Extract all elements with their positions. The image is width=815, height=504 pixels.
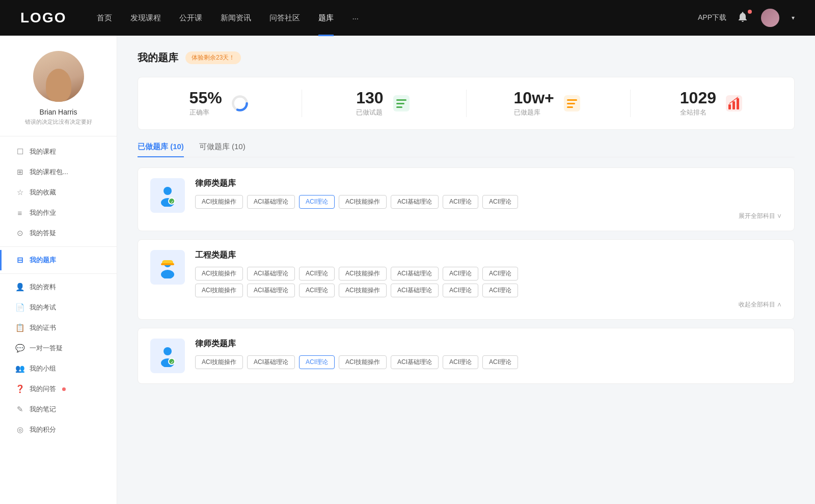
tag-item[interactable]: ACI基础理论 — [247, 284, 295, 297]
sidebar-item-courses[interactable]: ☐ 我的课程 — [0, 142, 117, 162]
tag-item[interactable]: ACI技能操作 — [195, 195, 243, 209]
notification-dot — [748, 10, 752, 14]
bank-card-engineer-body: 工程类题库 ACI技能操作 ACI基础理论 ACI理论 ACI技能操作 ACI基… — [195, 250, 782, 309]
tag-item[interactable]: ACI理论 — [443, 195, 478, 209]
tag-item[interactable]: ACI基础理论 — [247, 267, 295, 281]
sidebar-item-answers[interactable]: ⊙ 我的答疑 — [0, 223, 117, 243]
sidebar-item-my-qa[interactable]: ❓ 我的问答 — [0, 379, 117, 399]
sidebar-item-homework[interactable]: ≡ 我的作业 — [0, 203, 117, 223]
tag-item[interactable]: ACI理论 — [482, 355, 518, 369]
page-title: 我的题库 — [138, 51, 178, 65]
svg-point-14 — [164, 187, 172, 195]
bank-card-lawyer-1-icon: ✓ — [150, 178, 185, 213]
page-header: 我的题库 体验剩余23天！ — [138, 51, 795, 65]
stat-rank-label: 全站排名 — [680, 108, 716, 117]
course-package-icon: ⊞ — [15, 167, 24, 177]
lawyer-person-icon-2: ✓ — [156, 345, 179, 367]
tag-item[interactable]: ACI技能操作 — [195, 284, 243, 297]
bank-card-lawyer-1-tags: ACI技能操作 ACI基础理论 ACI理论 ACI技能操作 ACI基础理论 AC… — [195, 195, 782, 209]
app-download-button[interactable]: APP下载 — [698, 13, 726, 22]
tag-item[interactable]: ACI基础理论 — [247, 195, 295, 209]
sidebar-item-label: 我的课程包... — [30, 167, 68, 177]
svg-rect-7 — [567, 99, 577, 101]
stat-accuracy-value: 55% — [189, 90, 222, 106]
qa-red-dot — [62, 387, 66, 391]
sidebar-item-exam[interactable]: 📄 我的考试 — [0, 297, 117, 318]
tag-item-active[interactable]: ACI理论 — [299, 195, 335, 209]
sidebar-item-course-package[interactable]: ⊞ 我的课程包... — [0, 162, 117, 182]
bank-card-lawyer-2-title: 律师类题库 — [195, 339, 782, 349]
tag-item[interactable]: ACI理论 — [299, 284, 335, 297]
profile-icon: 👤 — [15, 283, 24, 292]
bank-card-engineer-tags-row2: ACI技能操作 ACI基础理论 ACI理论 ACI技能操作 ACI基础理论 AC… — [195, 284, 782, 297]
main-layout: Brian Harris 错误的决定比没有决定要好 ☐ 我的课程 ⊞ 我的课程包… — [0, 36, 815, 504]
sidebar-avatar — [33, 51, 84, 102]
sidebar-item-notes[interactable]: ✎ 我的笔记 — [0, 399, 117, 419]
list-green-icon — [392, 94, 411, 113]
nav-openclass[interactable]: 公开课 — [179, 13, 202, 23]
bank-card-lawyer-1: ✓ 律师类题库 ACI技能操作 ACI基础理论 ACI理论 ACI技能操作 AC… — [138, 167, 795, 231]
svg-rect-3 — [396, 99, 406, 101]
tag-item[interactable]: ACI理论 — [299, 267, 335, 281]
svg-rect-8 — [567, 103, 575, 104]
stat-questions-value: 130 — [356, 90, 383, 106]
sidebar-divider-2 — [0, 273, 117, 274]
avatar-image — [761, 9, 779, 27]
stat-rank-text: 1029 全站排名 — [680, 90, 716, 117]
sidebar-item-group[interactable]: 👥 我的小组 — [0, 358, 117, 379]
tag-item[interactable]: ACI技能操作 — [339, 267, 387, 281]
avatar[interactable] — [761, 9, 779, 27]
stat-rank-icon — [723, 93, 745, 114]
bank-card-engineer-icon — [150, 250, 185, 285]
nav-discover[interactable]: 发现课程 — [130, 13, 161, 23]
tag-item[interactable]: ACI基础理论 — [391, 195, 439, 209]
collapse-button-engineer[interactable]: 收起全部科目 ∧ — [195, 300, 782, 309]
exam-icon: 📄 — [15, 303, 24, 312]
tag-item[interactable]: ACI理论 — [443, 267, 478, 281]
tag-item[interactable]: ACI理论 — [443, 284, 478, 297]
sidebar-item-label: 我的证书 — [30, 323, 56, 332]
sidebar-divider — [0, 246, 117, 247]
nav-home[interactable]: 首页 — [97, 13, 112, 23]
sidebar-item-label: 我的题库 — [30, 256, 56, 265]
tab-available-banks[interactable]: 可做题库 (10) — [199, 142, 246, 157]
sidebar-item-label: 我的笔记 — [30, 405, 56, 414]
notes-icon: ✎ — [15, 405, 24, 414]
sidebar-item-one-on-one[interactable]: 💬 一对一答疑 — [0, 338, 117, 358]
stat-questions-text: 130 已做试题 — [356, 90, 383, 117]
nav-qa[interactable]: 问答社区 — [269, 13, 300, 23]
nav-bank[interactable]: 题库 — [318, 13, 334, 23]
tag-item[interactable]: ACI技能操作 — [195, 355, 243, 369]
tag-item[interactable]: ACI技能操作 — [195, 267, 243, 281]
sidebar-item-profile[interactable]: 👤 我的资料 — [0, 277, 117, 297]
sidebar-menu: ☐ 我的课程 ⊞ 我的课程包... ☆ 我的收藏 ≡ 我的作业 ⊙ 我的答疑 ⊟ — [0, 142, 117, 440]
sidebar-item-label: 我的小组 — [30, 364, 56, 373]
sidebar-item-certificate[interactable]: 📋 我的证书 — [0, 318, 117, 338]
tag-item[interactable]: ACI理论 — [482, 195, 518, 209]
notification-bell-icon[interactable] — [737, 11, 751, 25]
tag-item[interactable]: ACI理论 — [443, 355, 478, 369]
tag-item[interactable]: ACI理论 — [482, 284, 518, 297]
nav-news[interactable]: 新闻资讯 — [221, 13, 251, 23]
sidebar-item-favorites[interactable]: ☆ 我的收藏 — [0, 182, 117, 203]
stat-questions-done: 130 已做试题 — [302, 90, 466, 117]
sidebar-item-bank[interactable]: ⊟ 我的题库 — [0, 250, 117, 270]
svg-rect-22 — [161, 263, 174, 265]
tag-item[interactable]: ACI基础理论 — [391, 267, 439, 281]
sidebar-item-points[interactable]: ◎ 我的积分 — [0, 419, 117, 440]
expand-button-lawyer-1[interactable]: 展开全部科目 ∨ — [195, 212, 782, 220]
tag-item-active[interactable]: ACI理论 — [299, 355, 335, 369]
tag-item[interactable]: ACI基础理论 — [391, 355, 439, 369]
tag-item[interactable]: ACI基础理论 — [247, 355, 295, 369]
tag-item[interactable]: ACI技能操作 — [339, 284, 387, 297]
lawyer-person-icon: ✓ — [156, 184, 179, 207]
tag-item[interactable]: ACI基础理论 — [391, 284, 439, 297]
nav-more[interactable]: ··· — [352, 14, 359, 22]
tab-done-banks[interactable]: 已做题库 (10) — [138, 142, 184, 157]
avatar-chevron-icon[interactable]: ▾ — [792, 14, 795, 21]
tag-item[interactable]: ACI理论 — [482, 267, 518, 281]
stat-banks-icon — [561, 93, 583, 114]
tag-item[interactable]: ACI技能操作 — [339, 355, 387, 369]
bank-icon: ⊟ — [15, 256, 24, 265]
tag-item[interactable]: ACI技能操作 — [339, 195, 387, 209]
